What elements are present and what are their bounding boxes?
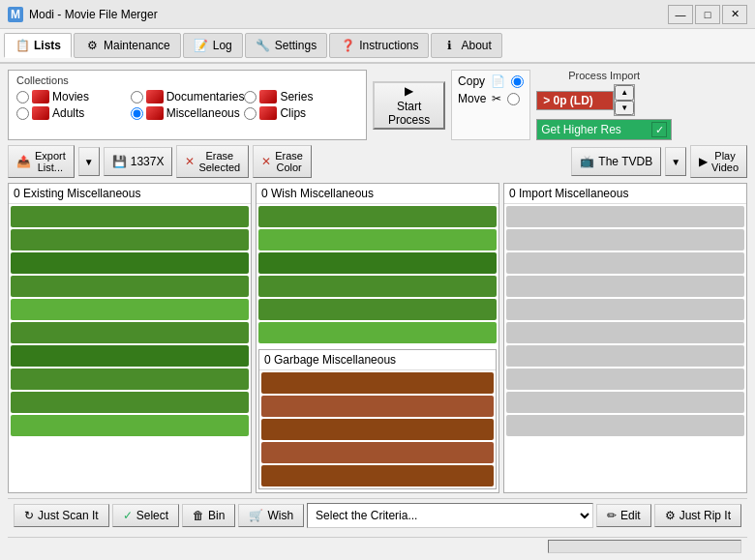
collections-box: Collections Movies Documentaries Series: [8, 70, 367, 140]
close-button[interactable]: ✕: [722, 5, 747, 24]
maximize-button[interactable]: □: [695, 5, 720, 24]
radio-clips[interactable]: Clips: [244, 106, 358, 120]
spinbox-up[interactable]: ▲: [615, 85, 634, 101]
tab-lists[interactable]: 📋 Lists: [4, 33, 72, 58]
table-row: [11, 252, 249, 274]
copy-row: Copy 📄: [458, 74, 524, 88]
start-process-icon: ▶: [405, 84, 413, 98]
copy-label: Copy: [458, 74, 485, 88]
start-process-button[interactable]: ▶ Start Process: [373, 81, 445, 130]
table-row: [261, 396, 494, 417]
table-row: [261, 372, 494, 394]
thetvdb-button[interactable]: 📺 The TVDB: [571, 147, 661, 176]
erase-color-button[interactable]: ✕ Erase Color: [253, 145, 312, 178]
just-rip-icon: ⚙: [665, 509, 676, 522]
main-content: Collections Movies Documentaries Series: [0, 64, 755, 560]
move-row: Move ✂: [458, 92, 524, 105]
copy-radio[interactable]: [511, 75, 524, 88]
export-list-icon: 📤: [16, 155, 31, 168]
export-dropdown-button[interactable]: ▼: [78, 147, 100, 176]
collections-title: Collections: [16, 74, 358, 86]
garbage-panel: 0 Garbage Miscellaneous: [258, 349, 497, 489]
play-video-button[interactable]: ▶ Play Video: [690, 145, 747, 178]
export-list-button[interactable]: 📤 Export List...: [8, 145, 75, 178]
table-row: [258, 206, 497, 227]
get-higher-res-check[interactable]: ✓: [651, 122, 667, 137]
process-area: ▶ Start Process: [373, 70, 445, 140]
table-row: [11, 415, 249, 436]
log-icon: 📝: [194, 38, 209, 53]
radio-movies-input[interactable]: [16, 91, 29, 103]
drive-button[interactable]: 💾 1337X: [104, 147, 173, 176]
spinbox-arrows: ▲ ▼: [614, 84, 635, 116]
table-row: [11, 345, 249, 367]
tab-about[interactable]: ℹ About: [431, 33, 501, 58]
spinbox-down[interactable]: ▼: [615, 101, 634, 116]
drive-icon: 💾: [112, 155, 127, 168]
radio-series-input[interactable]: [244, 91, 257, 103]
just-scan-button[interactable]: ↻ Just Scan It: [14, 504, 109, 527]
table-row: [506, 322, 744, 343]
table-row: [258, 276, 497, 297]
table-row: [261, 419, 494, 440]
move-radio[interactable]: [507, 93, 520, 105]
table-row: [261, 442, 494, 463]
table-row: [506, 415, 744, 436]
erase-color-icon: ✕: [261, 155, 271, 168]
radio-series[interactable]: Series: [244, 90, 358, 103]
tab-settings[interactable]: 🔧 Settings: [245, 33, 327, 58]
series-icon: [259, 90, 277, 103]
table-row: [258, 322, 497, 343]
copy-move-area: Copy 📄 Move ✂: [451, 70, 530, 140]
garbage-panel-body: [259, 370, 496, 488]
table-row: [506, 368, 744, 390]
app-title: Modi - Movie File Merger: [29, 8, 158, 21]
radio-movies[interactable]: Movies: [16, 90, 131, 103]
bottom-bar: ↻ Just Scan It ✓ Select 🗑 Bin 🛒 Wish Sel…: [8, 498, 747, 532]
about-icon: ℹ: [441, 38, 457, 53]
just-rip-button[interactable]: ⚙ Just Rip It: [654, 504, 741, 527]
select-icon: ✓: [123, 509, 133, 522]
criteria-select[interactable]: Select the Criteria...: [307, 503, 593, 528]
table-row: [11, 206, 249, 227]
table-row: [258, 229, 497, 251]
bin-button[interactable]: 🗑 Bin: [182, 504, 235, 527]
erase-selected-button[interactable]: ✕ Erase Selected: [176, 145, 249, 178]
tab-instructions[interactable]: ❓ Instructions: [329, 33, 429, 58]
wish-button[interactable]: 🛒 Wish: [238, 504, 304, 527]
radio-documentaries-input[interactable]: [131, 91, 143, 103]
radio-adults[interactable]: Adults: [16, 106, 131, 120]
minimize-button[interactable]: —: [668, 5, 693, 24]
process-import-spinbox: > 0p (LD) ▲ ▼: [536, 84, 672, 116]
edit-button[interactable]: ✏ Edit: [596, 504, 651, 527]
radio-miscellaneous[interactable]: Miscellaneous: [131, 106, 245, 120]
existing-panel: 0 Existing Miscellaneous: [8, 183, 252, 493]
radio-documentaries[interactable]: Documentaries: [131, 90, 245, 103]
adults-icon: [32, 106, 49, 120]
process-import-value: > 0p (LD): [536, 91, 614, 110]
process-import-label: Process Import: [536, 70, 672, 81]
just-scan-icon: ↻: [24, 509, 34, 522]
import-panel: 0 Import Miscellaneous: [503, 183, 747, 493]
table-row: [261, 465, 494, 486]
status-bar: [8, 537, 747, 554]
radio-adults-input[interactable]: [16, 107, 29, 120]
copy-icon: 📄: [491, 74, 505, 88]
existing-panel-header: 0 Existing Miscellaneous: [9, 184, 251, 204]
maintenance-icon: ⚙: [84, 38, 100, 53]
tab-maintenance[interactable]: ⚙ Maintenance: [74, 33, 181, 58]
window-controls: — □ ✕: [668, 5, 747, 24]
instructions-icon: ❓: [340, 38, 355, 53]
settings-icon: 🔧: [256, 38, 271, 53]
table-row: [506, 206, 744, 227]
select-button[interactable]: ✓ Select: [112, 504, 179, 527]
thetvdb-dropdown-button[interactable]: ▼: [665, 147, 686, 176]
radio-miscellaneous-input[interactable]: [131, 107, 143, 120]
panels-area: 0 Existing Miscellaneous 0 Wish Miscella…: [8, 183, 747, 493]
table-row: [258, 252, 497, 274]
table-row: [11, 229, 249, 251]
tab-log[interactable]: 📝 Log: [183, 33, 243, 58]
radio-clips-input[interactable]: [244, 107, 257, 120]
status-progress-bar: [548, 540, 741, 553]
table-row: [11, 299, 249, 320]
